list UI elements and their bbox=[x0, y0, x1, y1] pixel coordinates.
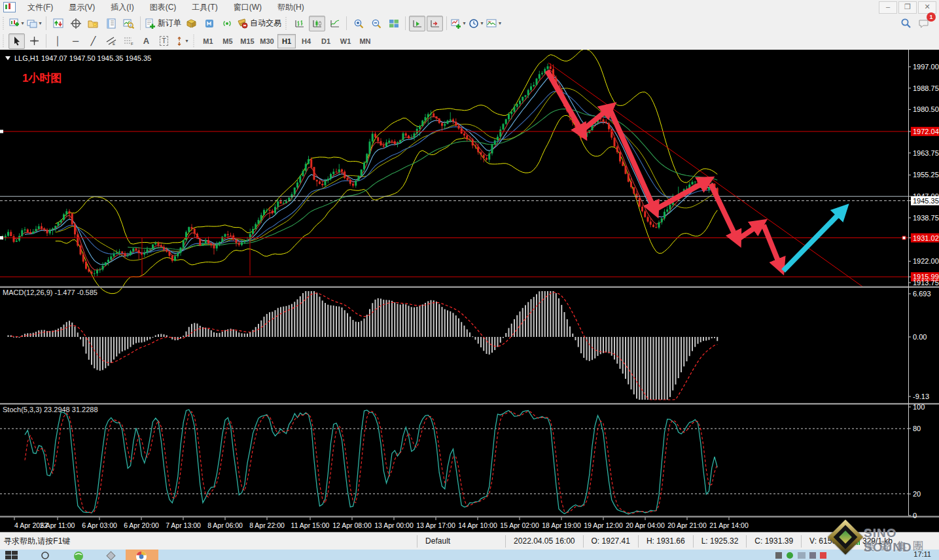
menu-file[interactable]: 文件(F) bbox=[20, 0, 61, 15]
chart-bars-button[interactable] bbox=[291, 16, 308, 31]
strategy-tester-button[interactable] bbox=[120, 16, 137, 31]
menu-help[interactable]: 帮助(H) bbox=[270, 0, 312, 15]
taskbar-browser-icon[interactable] bbox=[73, 551, 84, 560]
vertical-line-button[interactable]: │ bbox=[50, 33, 66, 49]
minimize-button[interactable]: – bbox=[879, 1, 897, 14]
price-chart-canvas[interactable]: 1997.001988.751980.501972.041963.751955.… bbox=[0, 50, 939, 532]
menu-tools[interactable]: 工具(T) bbox=[184, 0, 225, 15]
clock-icon bbox=[469, 18, 479, 29]
templates-button[interactable]: ▾ bbox=[486, 16, 502, 31]
terminal-icon bbox=[106, 18, 116, 29]
tf-h1-button[interactable]: H1 bbox=[277, 34, 296, 48]
metaquotes-button[interactable] bbox=[201, 16, 217, 31]
price-axis-label: 1955.25 bbox=[913, 171, 939, 179]
time-axis-label: 8 Apr 06:00 bbox=[207, 521, 243, 529]
tile-windows-icon bbox=[389, 18, 399, 29]
arrows-button[interactable]: ▾ bbox=[173, 33, 190, 49]
toolbar-drag-handle[interactable] bbox=[3, 17, 6, 30]
menu-window[interactable]: 窗口(W) bbox=[226, 0, 270, 15]
tf-m1-button[interactable]: M1 bbox=[199, 34, 217, 48]
time-axis-label: 8 Apr 22:00 bbox=[249, 521, 285, 529]
crosshair-button[interactable] bbox=[26, 33, 43, 49]
chart-annotation: 1小时图 bbox=[22, 72, 62, 84]
tf-d1-button[interactable]: D1 bbox=[317, 34, 335, 48]
menu-insert[interactable]: 插入(I) bbox=[103, 0, 141, 15]
price-axis-label: 1945.35 bbox=[913, 197, 939, 205]
auto-scroll-button[interactable] bbox=[409, 16, 425, 31]
new-chart-icon bbox=[9, 18, 20, 29]
crosshair-icon bbox=[71, 18, 81, 29]
terminal-button[interactable] bbox=[103, 16, 119, 31]
close-button[interactable]: ✕ bbox=[918, 1, 936, 14]
time-axis-label: 20 Apr 04:00 bbox=[626, 521, 665, 529]
data-window-button[interactable] bbox=[67, 16, 84, 31]
price-axis-label: 1980.50 bbox=[913, 105, 939, 113]
search-icon bbox=[900, 18, 912, 29]
status-close: C: 1931.39 bbox=[746, 535, 801, 548]
tf-m5-button[interactable]: M5 bbox=[219, 34, 237, 48]
crosshair-tool-icon bbox=[29, 36, 39, 46]
navigator-button[interactable] bbox=[85, 16, 101, 31]
toolbar-drag-handle[interactable] bbox=[193, 35, 196, 48]
tf-h4-button[interactable]: H4 bbox=[297, 34, 315, 48]
windows-taskbar: 17:11 bbox=[0, 550, 939, 560]
tf-m30-button[interactable]: M30 bbox=[258, 34, 276, 48]
notifications-button[interactable]: 1 bbox=[915, 16, 932, 31]
taskbar-search-icon[interactable] bbox=[41, 551, 51, 560]
tf-mn-button[interactable]: MN bbox=[356, 34, 374, 48]
price-axis-label: 1931.02 bbox=[913, 234, 939, 242]
label-button[interactable]: T bbox=[156, 33, 172, 49]
new-order-label: 新订单 bbox=[158, 18, 181, 29]
toolbar-drag-handle[interactable] bbox=[285, 17, 289, 30]
zoom-out-button[interactable] bbox=[368, 16, 384, 31]
svg-text:100: 100 bbox=[913, 403, 925, 411]
chart-shift-icon bbox=[430, 18, 440, 29]
time-axis-label: 7 Apr 13:00 bbox=[166, 521, 201, 529]
app-logo-icon bbox=[3, 2, 16, 12]
taskbar-active-browser-icon[interactable] bbox=[135, 551, 147, 560]
start-button-icon[interactable] bbox=[5, 551, 20, 560]
time-axis-label: 12 Apr 08:00 bbox=[332, 521, 372, 529]
signals-button[interactable] bbox=[219, 16, 235, 31]
menu-charts[interactable]: 图表(C) bbox=[142, 0, 185, 15]
profiles-icon bbox=[27, 18, 37, 29]
status-help-text: 寻求帮助,请按F1键 bbox=[0, 536, 417, 547]
new-order-button[interactable]: 新订单 bbox=[144, 16, 182, 31]
time-axis-label: 6 Apr 03:00 bbox=[82, 521, 117, 529]
taskbar-diamond-icon[interactable] bbox=[106, 551, 116, 560]
time-axis-label: 18 Apr 19:00 bbox=[542, 521, 581, 529]
chart-line-button[interactable] bbox=[327, 16, 343, 31]
text-button[interactable]: A bbox=[138, 33, 154, 49]
periods-button[interactable]: ▾ bbox=[468, 16, 484, 31]
market-watch-icon bbox=[53, 18, 63, 29]
trendline-button[interactable]: ╱ bbox=[85, 33, 101, 49]
zoom-in-button[interactable] bbox=[350, 16, 366, 31]
metaeditor-button[interactable] bbox=[183, 16, 200, 31]
tf-m15-button[interactable]: M15 bbox=[238, 34, 257, 48]
new-order-icon bbox=[145, 18, 156, 29]
search-button[interactable] bbox=[898, 16, 914, 31]
chart-candles-button[interactable] bbox=[309, 16, 325, 31]
restore-button[interactable]: ❐ bbox=[898, 1, 917, 14]
price-axis-label: 1913.75 bbox=[913, 279, 939, 287]
cursor-button[interactable] bbox=[9, 33, 25, 49]
channel-button[interactable]: E bbox=[103, 33, 119, 49]
time-axis-label: 13 Apr 17:00 bbox=[416, 521, 455, 529]
tf-w1-button[interactable]: W1 bbox=[336, 34, 355, 48]
toolbar-drag-handle[interactable] bbox=[3, 35, 6, 48]
autotrading-button[interactable]: 自动交易 bbox=[236, 16, 282, 31]
chart-shift-button[interactable] bbox=[427, 16, 443, 31]
market-watch-button[interactable] bbox=[50, 16, 66, 31]
fibonacci-button[interactable]: F bbox=[120, 33, 137, 49]
profiles-button[interactable]: ▾ bbox=[26, 16, 43, 31]
new-chart-button[interactable]: ▾ bbox=[9, 16, 25, 31]
tile-windows-button[interactable] bbox=[385, 16, 402, 31]
status-profile[interactable]: Default bbox=[417, 535, 505, 548]
symbol-ohlc-label: LLG,H1 1947.07 1947.50 1945.35 1945.35 bbox=[14, 54, 151, 62]
system-tray-icons[interactable] bbox=[775, 551, 841, 560]
time-axis-label: 15 Apr 02:00 bbox=[500, 521, 539, 529]
fibonacci-icon: F bbox=[124, 36, 134, 46]
indicators-button[interactable]: ▾ bbox=[450, 16, 467, 31]
menu-view[interactable]: 显示(V) bbox=[61, 0, 103, 15]
horizontal-line-button[interactable]: ─ bbox=[67, 33, 84, 49]
